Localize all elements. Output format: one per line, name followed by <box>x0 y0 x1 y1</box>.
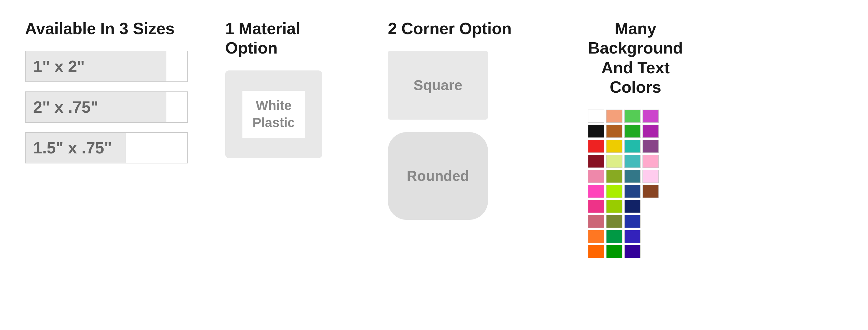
colors-title: Many Background And Text Colors <box>588 19 683 97</box>
color-swatch[interactable] <box>588 170 604 183</box>
color-swatch[interactable] <box>624 215 641 228</box>
main-container: Available In 3 Sizes 1" x 2" 2" x .75" 1… <box>25 19 843 258</box>
size-badge-3-label: 1.5" x .75" <box>33 139 112 157</box>
color-swatch[interactable] <box>588 155 604 168</box>
color-swatch-empty <box>643 200 659 213</box>
size-badge-2-top: 2" x .75" <box>26 92 166 122</box>
sizes-title: Available In 3 Sizes <box>25 19 175 38</box>
color-swatch[interactable] <box>643 125 659 138</box>
size-badge-3: 1.5" x .75" <box>25 132 188 163</box>
size-badge-list: 1" x 2" 2" x .75" 1.5" x .75" <box>25 51 188 163</box>
corner-section: 2 Corner Option Square Rounded <box>388 19 544 220</box>
color-swatch[interactable] <box>588 125 604 138</box>
corner-rounded-label: Rounded <box>407 167 469 185</box>
color-grid <box>588 110 659 258</box>
color-swatch[interactable] <box>606 200 622 213</box>
color-swatch[interactable] <box>588 185 604 198</box>
color-swatch[interactable] <box>588 200 604 213</box>
color-swatch[interactable] <box>624 140 641 153</box>
color-swatch[interactable] <box>588 245 604 258</box>
corner-options-list: Square Rounded <box>388 51 488 220</box>
corner-square-option: Square <box>388 51 488 119</box>
size-badge-3-top: 1.5" x .75" <box>26 133 126 163</box>
color-swatch[interactable] <box>624 155 641 168</box>
color-swatch[interactable] <box>588 215 604 228</box>
color-swatch[interactable] <box>606 125 622 138</box>
color-swatch[interactable] <box>624 230 641 243</box>
material-card: White Plastic <box>225 71 322 158</box>
corner-square-label: Square <box>413 77 462 93</box>
color-swatch[interactable] <box>606 215 622 228</box>
material-title: 1 Material Option <box>225 19 344 58</box>
size-badge-2-label: 2" x .75" <box>33 98 98 116</box>
color-swatch[interactable] <box>624 185 641 198</box>
color-swatch[interactable] <box>624 125 641 138</box>
size-badge-1-label: 1" x 2" <box>33 57 85 76</box>
color-swatch[interactable] <box>643 110 659 123</box>
color-swatch[interactable] <box>643 140 659 153</box>
colors-section: Many Background And Text Colors <box>588 19 682 258</box>
color-swatch[interactable] <box>606 170 622 183</box>
color-swatch[interactable] <box>606 185 622 198</box>
corner-rounded-option: Rounded <box>388 132 488 220</box>
material-card-inner: White Plastic <box>242 91 305 138</box>
material-label: White Plastic <box>242 97 305 131</box>
material-section: 1 Material Option White Plastic <box>225 19 344 158</box>
color-swatch[interactable] <box>588 110 604 123</box>
color-swatch[interactable] <box>624 245 641 258</box>
color-swatch[interactable] <box>588 230 604 243</box>
color-swatch[interactable] <box>588 140 604 153</box>
color-swatch[interactable] <box>606 140 622 153</box>
color-swatch-empty <box>643 215 659 228</box>
sizes-section: Available In 3 Sizes 1" x 2" 2" x .75" 1… <box>25 19 188 163</box>
size-badge-1-top: 1" x 2" <box>26 51 166 81</box>
color-swatch[interactable] <box>606 155 622 168</box>
color-swatch[interactable] <box>606 245 622 258</box>
color-swatch[interactable] <box>606 230 622 243</box>
color-swatch[interactable] <box>643 185 659 198</box>
color-swatch[interactable] <box>643 155 659 168</box>
color-swatch[interactable] <box>624 170 641 183</box>
color-swatch[interactable] <box>624 110 641 123</box>
corner-title: 2 Corner Option <box>388 19 512 38</box>
color-swatch-empty <box>643 230 659 243</box>
color-swatch[interactable] <box>643 170 659 183</box>
color-swatch-empty <box>643 245 659 258</box>
size-badge-2: 2" x .75" <box>25 91 188 123</box>
size-badge-1: 1" x 2" <box>25 51 188 82</box>
color-swatch[interactable] <box>606 110 622 123</box>
color-swatch[interactable] <box>624 200 641 213</box>
